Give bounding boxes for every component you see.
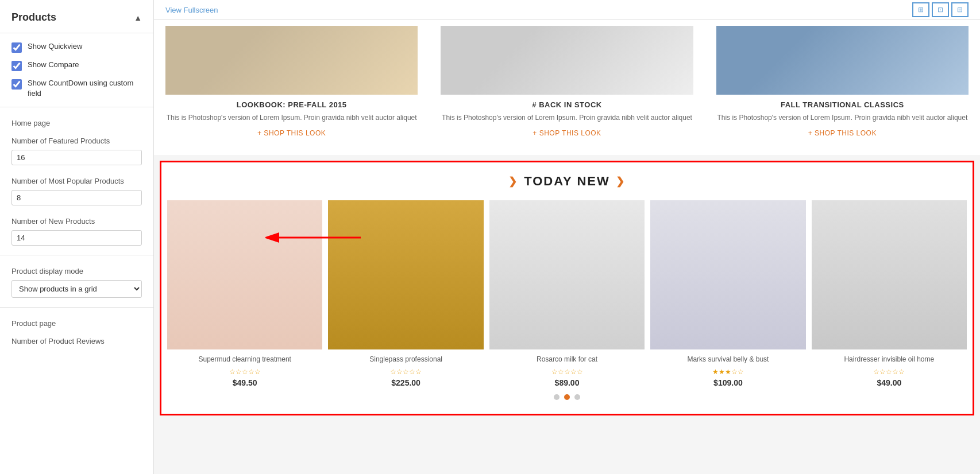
products-row: Supermud clearning treatment ☆☆☆☆☆ $49.5… xyxy=(167,200,967,387)
sidebar-products-title: Products ▲ xyxy=(0,6,153,28)
most-popular-input[interactable] xyxy=(11,190,142,205)
product-name-2: Rosarco milk for cat xyxy=(489,355,645,364)
today-arrow-left: ❯ xyxy=(508,175,518,188)
carousel-dot-2[interactable] xyxy=(574,394,580,400)
shop-this-look-2[interactable]: + SHOP THIS LOOK xyxy=(808,129,877,137)
topbar: View Fullscreen ⊞ ⊡ ⊟ xyxy=(154,0,980,20)
show-quickview-row: Show Quickview xyxy=(0,38,153,56)
today-new-section: ❯ TODAY NEW ❯ Supermud clearning treatme… xyxy=(160,161,974,415)
shop-this-look-0[interactable]: + SHOP THIS LOOK xyxy=(257,129,326,137)
view-icon-3[interactable]: ⊟ xyxy=(951,2,969,17)
product-name-3: Marks survival belly & bust xyxy=(650,355,805,364)
product-stars-3: ★★★☆☆ xyxy=(650,368,805,376)
carousel-dot-1[interactable] xyxy=(564,394,570,400)
view-icon-2[interactable]: ⊡ xyxy=(932,2,949,17)
lookbook-desc-2: This is Photoshop's version of Lorem Ips… xyxy=(716,112,969,123)
view-icons: ⊞ ⊡ ⊟ xyxy=(912,2,969,17)
new-products-label: Number of New Products xyxy=(0,210,153,228)
product-page-label: Product page xyxy=(0,312,153,330)
product-price-0: $49.50 xyxy=(167,378,322,387)
lookbook-title-1: # BACK IN STOCK xyxy=(441,100,693,109)
lookbook-title-0: LOOKBOOK: PRE-FALL 2015 xyxy=(165,100,418,109)
most-popular-label: Number of Most Popular Products xyxy=(0,170,153,188)
product-name-4: Hairdresser invisible oil home xyxy=(812,355,967,364)
new-products-input[interactable] xyxy=(11,230,142,246)
show-countdown-label: Show CountDown using custom field xyxy=(28,78,142,99)
main-content: View Fullscreen ⊞ ⊡ ⊟ LOOKBOOK: PRE-FALL… xyxy=(154,0,980,474)
carousel-dot-0[interactable] xyxy=(554,394,560,400)
lookbook-desc-1: This is Photoshop's version of Lorem Ips… xyxy=(441,112,693,123)
show-quickview-checkbox[interactable] xyxy=(11,42,22,53)
lookbook-section: LOOKBOOK: PRE-FALL 2015 This is Photosho… xyxy=(154,20,980,155)
show-compare-label: Show Compare xyxy=(28,60,79,70)
product-stars-0: ☆☆☆☆☆ xyxy=(167,368,322,376)
product-img-4 xyxy=(812,200,967,349)
display-mode-label: Product display mode xyxy=(0,260,153,278)
sidebar-title-label: Products xyxy=(11,11,56,24)
today-new-header: ❯ TODAY NEW ❯ xyxy=(167,174,967,189)
today-new-title: TODAY NEW xyxy=(524,174,610,189)
show-countdown-checkbox[interactable] xyxy=(11,79,22,90)
home-page-label: Home page xyxy=(0,112,153,130)
product-card-4: Hairdresser invisible oil home ☆☆☆☆☆ $49… xyxy=(812,200,967,387)
featured-products-label: Number of Featured Products xyxy=(0,130,153,147)
shop-this-look-1[interactable]: + SHOP THIS LOOK xyxy=(533,129,601,137)
show-compare-checkbox[interactable] xyxy=(11,61,22,71)
product-stars-2: ☆☆☆☆☆ xyxy=(489,368,645,376)
display-mode-select[interactable]: Show products in a grid Show products in… xyxy=(11,280,142,298)
lookbook-img-0 xyxy=(165,26,418,95)
lookbook-img-2 xyxy=(716,26,969,95)
product-price-3: $109.00 xyxy=(650,378,805,387)
featured-products-input-row xyxy=(0,147,153,170)
lookbook-item-0: LOOKBOOK: PRE-FALL 2015 This is Photosho… xyxy=(154,26,429,143)
product-img-2 xyxy=(489,200,645,349)
sidebar: Products ▲ Show Quickview Show Compare S… xyxy=(0,0,154,474)
lookbook-desc-0: This is Photoshop's version of Lorem Ips… xyxy=(165,112,418,123)
product-name-0: Supermud clearning treatment xyxy=(167,355,322,364)
product-price-2: $89.00 xyxy=(489,378,645,387)
most-popular-input-row xyxy=(0,188,153,210)
product-card-1: Singlepass professional ☆☆☆☆☆ $225.00 xyxy=(328,200,483,387)
display-mode-select-row: Show products in a grid Show products in… xyxy=(0,278,153,302)
product-card-2: Rosarco milk for cat ☆☆☆☆☆ $89.00 xyxy=(489,200,645,387)
lookbook-item-1: # BACK IN STOCK This is Photoshop's vers… xyxy=(429,26,704,143)
new-products-input-row xyxy=(0,228,153,250)
product-img-3 xyxy=(650,200,805,349)
product-stars-4: ☆☆☆☆☆ xyxy=(812,368,967,376)
today-arrow-right: ❯ xyxy=(616,175,626,188)
product-price-1: $225.00 xyxy=(328,378,483,387)
product-img-0 xyxy=(167,200,322,349)
collapse-icon[interactable]: ▲ xyxy=(134,13,142,22)
product-price-4: $49.00 xyxy=(812,378,967,387)
lookbook-title-2: FALL TRANSITIONAL CLASSICS xyxy=(716,100,969,109)
view-icon-1[interactable]: ⊞ xyxy=(912,2,929,17)
featured-products-input[interactable] xyxy=(11,150,142,165)
product-card-0: Supermud clearning treatment ☆☆☆☆☆ $49.5… xyxy=(167,200,322,387)
show-countdown-row: Show CountDown using custom field xyxy=(0,75,153,102)
show-quickview-label: Show Quickview xyxy=(28,41,82,52)
view-fullscreen-link[interactable]: View Fullscreen xyxy=(165,6,218,14)
show-compare-row: Show Compare xyxy=(0,56,153,75)
product-name-1: Singlepass professional xyxy=(328,355,483,364)
product-img-1 xyxy=(328,200,483,349)
lookbook-img-1 xyxy=(441,26,693,95)
num-reviews-label: Number of Product Reviews xyxy=(0,330,153,348)
product-card-3: Marks survival belly & bust ★★★☆☆ $109.0… xyxy=(650,200,805,387)
carousel-dots xyxy=(167,387,967,402)
lookbook-item-2: FALL TRANSITIONAL CLASSICS This is Photo… xyxy=(705,26,980,143)
product-stars-1: ☆☆☆☆☆ xyxy=(328,368,483,376)
